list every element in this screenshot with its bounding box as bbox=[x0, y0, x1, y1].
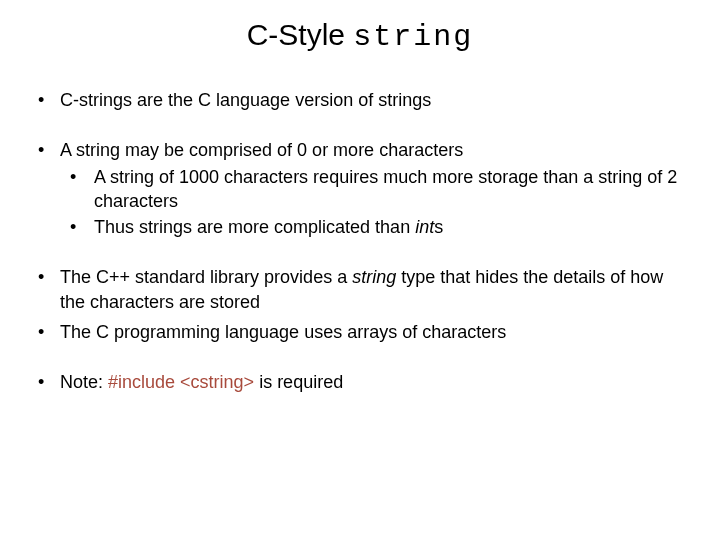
text: Note: bbox=[60, 372, 108, 392]
italic-term: string bbox=[352, 267, 396, 287]
list-item: Thus strings are more complicated than i… bbox=[60, 215, 686, 239]
title-code: string bbox=[353, 20, 473, 54]
title-prefix: C-Style bbox=[247, 18, 354, 51]
text: is required bbox=[254, 372, 343, 392]
italic-term: int bbox=[415, 217, 434, 237]
list-item: Note: #include <cstring> is required bbox=[34, 370, 686, 394]
text: s bbox=[434, 217, 443, 237]
list-item: The C++ standard library provides a stri… bbox=[34, 265, 686, 314]
text: The C++ standard library provides a bbox=[60, 267, 352, 287]
text: Thus strings are more complicated than bbox=[94, 217, 415, 237]
bullet-list: C-strings are the C language version of … bbox=[34, 88, 686, 395]
list-item: C-strings are the C language version of … bbox=[34, 88, 686, 112]
code-include: #include <cstring> bbox=[108, 372, 254, 392]
sub-list: A string of 1000 characters requires muc… bbox=[60, 165, 686, 240]
list-item: A string of 1000 characters requires muc… bbox=[60, 165, 686, 214]
list-item: The C programming language uses arrays o… bbox=[34, 320, 686, 344]
text: A string may be comprised of 0 or more c… bbox=[60, 140, 463, 160]
slide-title: C-Style string bbox=[34, 18, 686, 54]
list-item: A string may be comprised of 0 or more c… bbox=[34, 138, 686, 239]
